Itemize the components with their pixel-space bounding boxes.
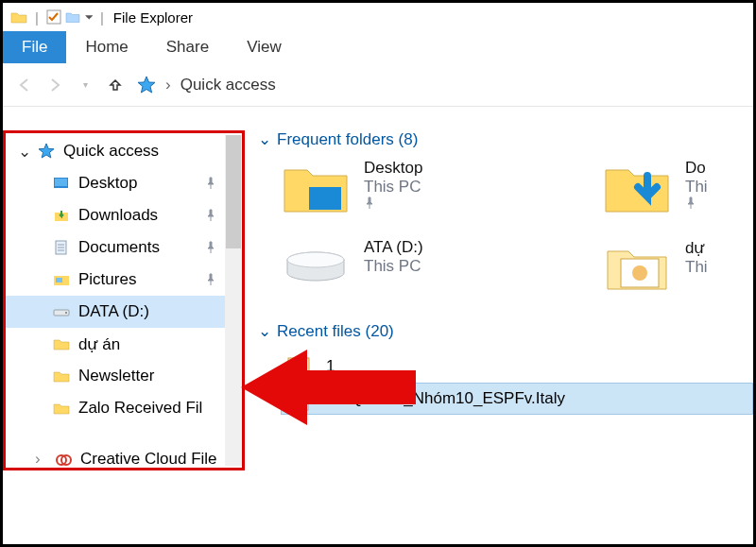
sidebar-item-documents[interactable]: Documents (3, 231, 233, 264)
folder-downloads-cut[interactable]: Do Thi (602, 159, 696, 217)
drive-large-icon (281, 238, 351, 297)
sidebar-item-desktop[interactable]: Desktop (3, 167, 233, 199)
recent-file-tmqt[interactable]: W TMQT43.1_Nhóm10_ESPFv.Italy (281, 383, 753, 415)
sidebar-root-quick-access[interactable]: ⌄ Quick access (3, 135, 233, 167)
folder-data-d[interactable]: ATA (D:) This PC (281, 238, 479, 297)
sidebar-item-duan[interactable]: dự án (3, 328, 233, 360)
pin-icon (205, 209, 216, 222)
folder-icon (52, 402, 71, 415)
folder-icon (52, 337, 71, 350)
folder-icon (52, 369, 71, 383)
chevron-down-icon: ⌄ (258, 321, 271, 341)
file-tab[interactable]: File (3, 31, 66, 63)
folder-location: Thi (685, 258, 708, 277)
creative-cloud-icon (54, 453, 73, 466)
tab-share[interactable]: Share (147, 31, 228, 63)
svg-text:W: W (292, 394, 301, 404)
checkbox-icon[interactable] (46, 9, 61, 25)
folder-name: Desktop (364, 159, 422, 178)
svg-rect-4 (55, 179, 67, 186)
forward-button[interactable] (46, 77, 63, 93)
pin-icon (685, 197, 708, 210)
up-button[interactable] (107, 77, 124, 93)
sidebar-item-newsletter[interactable]: Newsletter (3, 360, 233, 392)
nav-tree: ⌄ Quick access Desktop Downloads Documen… (3, 107, 233, 544)
folder-location: This PC (364, 257, 423, 276)
sidebar-item-label: DATA (D:) (78, 302, 149, 321)
folder-icon (10, 10, 27, 24)
folder-location: Thi (685, 178, 708, 197)
svg-rect-16 (309, 187, 341, 210)
chevron-down-icon: ⌄ (258, 129, 271, 149)
sidebar-item-data-d[interactable]: DATA (D:) (3, 296, 233, 328)
sidebar-item-zalo[interactable]: Zalo Received Fil (3, 392, 233, 424)
sidebar-item-label: dự án (78, 334, 120, 354)
chevron-down-icon: ⌄ (18, 142, 31, 162)
drive-icon (52, 306, 71, 317)
folder-name: dự (685, 238, 708, 258)
title-bar: | ⏷ | File Explorer (3, 3, 753, 31)
downloads-icon (52, 209, 71, 222)
desktop-folder-icon (281, 159, 351, 217)
qat-dropdown-icon[interactable]: ⏷ (84, 11, 94, 23)
recent-file-1[interactable]: 1 (281, 350, 753, 383)
image-file-icon (286, 354, 311, 379)
folder-small-icon (65, 11, 80, 23)
recent-file-name: TMQT43.1_Nhóm10_ESPFv.Italy (327, 389, 565, 408)
svg-rect-11 (56, 278, 62, 282)
sidebar-item-label: Creative Cloud File (80, 450, 217, 469)
frequent-folders-header[interactable]: ⌄ Frequent folders (8) (258, 129, 753, 149)
svg-marker-2 (39, 144, 54, 158)
sidebar-item-downloads[interactable]: Downloads (3, 199, 233, 231)
recent-file-name: 1 (326, 357, 335, 376)
breadcrumb[interactable]: › Quick access (137, 76, 276, 94)
pin-icon (205, 273, 216, 286)
sidebar-item-pictures[interactable]: Pictures (3, 264, 233, 296)
svg-rect-22 (291, 361, 306, 370)
desktop-icon (52, 177, 71, 190)
folder-name: Do (685, 159, 708, 178)
word-file-icon: W (287, 386, 312, 411)
pictures-icon (52, 273, 71, 286)
svg-point-13 (65, 312, 67, 314)
svg-point-18 (287, 252, 344, 267)
tab-view[interactable]: View (228, 31, 301, 63)
pin-icon (364, 197, 422, 210)
nav-bar: ▾ › Quick access (3, 63, 753, 107)
tab-home[interactable]: Home (66, 31, 146, 63)
star-icon (37, 143, 56, 160)
sidebar-item-label: Newsletter (78, 367, 154, 385)
breadcrumb-separator-icon: › (165, 76, 171, 94)
quick-access-star-icon (137, 76, 156, 94)
svg-point-20 (632, 265, 647, 281)
content-pane: ⌄ Frequent folders (8) Desktop This PC (233, 107, 753, 544)
pin-icon (205, 241, 216, 254)
folder-duan-cut[interactable]: dự Thi (602, 238, 696, 297)
ribbon: File Home Share View (3, 31, 753, 63)
sidebar-item-label: Pictures (78, 270, 136, 289)
folder-name: ATA (D:) (364, 238, 423, 257)
sidebar-item-label: Desktop (78, 174, 137, 193)
back-button[interactable] (16, 77, 33, 93)
recent-dropdown-icon[interactable]: ▾ (77, 79, 94, 90)
sidebar-root-label: Quick access (63, 142, 159, 161)
folder-location: This PC (364, 178, 422, 197)
sidebar-item-label: Documents (78, 238, 160, 257)
sidebar-item-label: Zalo Received Fil (78, 399, 202, 418)
folder-desktop[interactable]: Desktop This PC (281, 159, 479, 217)
chevron-right-icon: › (35, 450, 48, 469)
pin-icon (205, 177, 216, 190)
breadcrumb-current: Quick access (180, 76, 276, 94)
sidebar-item-creative-cloud[interactable]: › Creative Cloud File (3, 443, 233, 475)
folder-open-icon (602, 238, 672, 297)
svg-marker-1 (138, 77, 155, 93)
downloads-folder-icon (602, 159, 672, 217)
recent-files-header[interactable]: ⌄ Recent files (20) (258, 321, 753, 341)
documents-icon (52, 240, 71, 255)
app-title: File Explorer (113, 9, 193, 26)
sidebar-item-label: Downloads (78, 206, 158, 225)
